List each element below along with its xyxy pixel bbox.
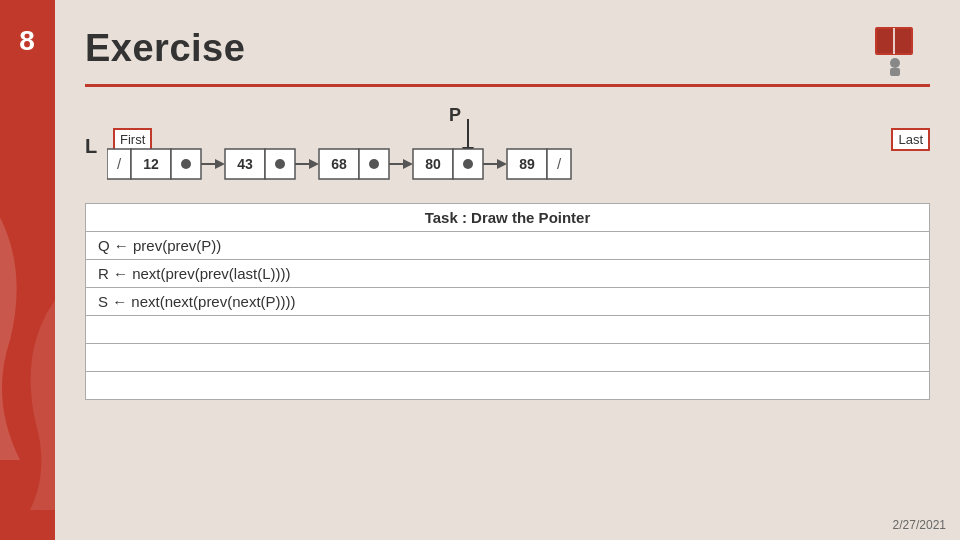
svg-text:43: 43	[237, 156, 253, 172]
logo-area	[860, 18, 930, 78]
table-row: S ← next(next(prev(next(P))))	[86, 288, 930, 316]
svg-point-18	[275, 159, 285, 169]
svg-point-30	[463, 159, 473, 169]
svg-marker-26	[403, 159, 413, 169]
svg-text:12: 12	[143, 156, 159, 172]
svg-marker-14	[215, 159, 225, 169]
svg-text:68: 68	[331, 156, 347, 172]
left-sidebar: 8	[0, 0, 55, 540]
diagram-area: L P First Last / 12	[85, 105, 930, 185]
svg-text:89: 89	[519, 156, 535, 172]
header: Exercise	[85, 18, 930, 78]
svg-point-24	[369, 159, 379, 169]
task-table: Task : Draw the Pointer Q ← prev(prev(P)…	[85, 203, 930, 400]
task-row-r: R ← next(prev(prev(last(L))))	[86, 260, 930, 288]
table-row	[86, 372, 930, 400]
task-header-row: Task : Draw the Pointer	[86, 204, 930, 232]
svg-marker-20	[309, 159, 319, 169]
slide-title: Exercise	[85, 27, 245, 70]
task-row-empty1	[86, 316, 930, 344]
table-row	[86, 316, 930, 344]
task-row-q: Q ← prev(prev(P))	[86, 232, 930, 260]
divider	[85, 84, 930, 87]
svg-point-5	[890, 58, 900, 68]
svg-rect-6	[890, 68, 900, 76]
svg-text:8: 8	[19, 25, 35, 56]
task-row-empty3	[86, 372, 930, 400]
table-row	[86, 344, 930, 372]
label-l: L	[85, 135, 97, 158]
svg-marker-32	[497, 159, 507, 169]
svg-point-12	[181, 159, 191, 169]
logo-icon	[865, 19, 925, 77]
main-content: Exercise L P First Las	[55, 0, 960, 540]
svg-text:80: 80	[425, 156, 441, 172]
table-row: R ← next(prev(prev(last(L))))	[86, 260, 930, 288]
task-row-s: S ← next(next(prev(next(P))))	[86, 288, 930, 316]
p-line	[467, 119, 469, 147]
table-row: Q ← prev(prev(P))	[86, 232, 930, 260]
task-row-empty2	[86, 344, 930, 372]
date-label: 2/27/2021	[893, 518, 946, 532]
linked-list-svg: / 12 43 68	[107, 147, 957, 183]
task-header-cell: Task : Draw the Pointer	[86, 204, 930, 232]
